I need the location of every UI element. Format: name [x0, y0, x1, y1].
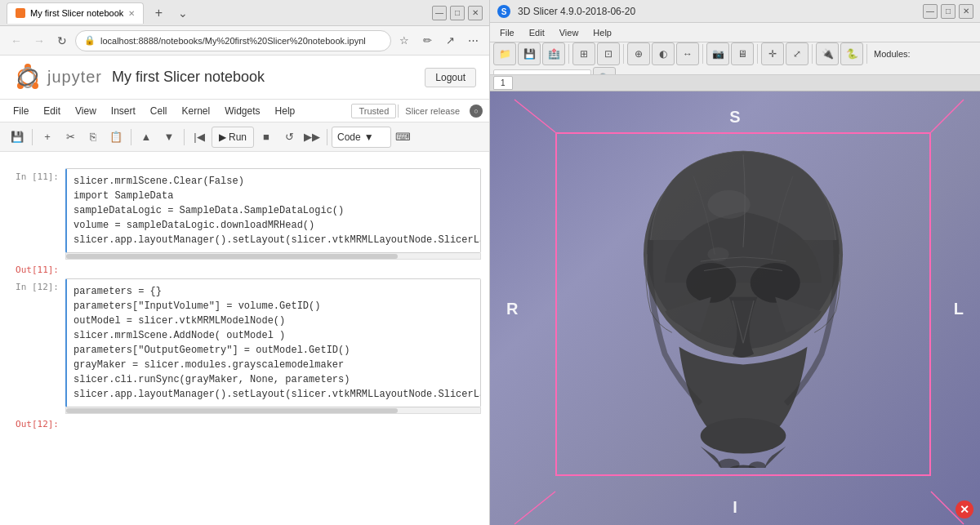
slicer-titlebar: S 3D Slicer 4.9.0-2018-06-20 — □ ✕	[490, 0, 980, 23]
cell-2-code: parameters = {} parameters["InputVolume"…	[74, 284, 474, 402]
slicer-tb-window[interactable]: ◐	[652, 42, 675, 65]
cell-type-dropdown[interactable]: Code ▼	[332, 127, 391, 148]
restart-button[interactable]: ↺	[278, 127, 300, 148]
slicer-app-icon: S	[497, 4, 511, 19]
slicer-menu-help[interactable]: Help	[586, 26, 618, 39]
trusted-badge: Trusted	[351, 104, 396, 118]
slicer-tb-sep6	[866, 44, 867, 64]
cell-1-code: slicer.mrmlScene.Clear(False) import Sam…	[74, 174, 474, 247]
address-bar[interactable]: 🔒 localhost:8888/notebooks/My%20first%20…	[75, 30, 391, 51]
tab-close-button[interactable]: ✕	[128, 9, 135, 18]
view-tab-1[interactable]: 1	[493, 76, 513, 90]
run-label: Run	[229, 131, 247, 143]
close-button[interactable]: ✕	[468, 6, 483, 20]
menu-view[interactable]: View	[69, 103, 103, 119]
tab-dropdown-button[interactable]: ⌄	[173, 3, 193, 23]
cell-1-container: In [11]: slicer.mrmlScene.Clear(False) i…	[0, 168, 489, 275]
slicer-tb-dicom[interactable]: 🏥	[542, 42, 565, 65]
share-icon[interactable]: ↗	[440, 31, 460, 51]
more-icon[interactable]: ⋯	[463, 31, 483, 51]
slicer-tb-sep3	[702, 44, 703, 64]
slicer-menu-file[interactable]: File	[493, 26, 521, 39]
back-button[interactable]: ←	[7, 31, 26, 51]
maximize-button[interactable]: □	[450, 6, 465, 20]
stop-button[interactable]: ■	[256, 127, 277, 148]
forward-button[interactable]: →	[29, 31, 49, 51]
logout-button[interactable]: Logout	[425, 68, 476, 87]
jupyter-toolbar: 💾 + ✂ ⎘ 📋 ▲ ▼ |◀ ▶ Run ■ ↺ ▶▶ Code ▼ ⌨	[0, 122, 489, 152]
notebook-title[interactable]: My first Slicer notebook	[112, 69, 265, 86]
cell-2-in-label: In [12]:	[8, 278, 65, 292]
slicer-tb-ext[interactable]: 🔌	[816, 42, 839, 65]
refresh-button[interactable]: ↻	[52, 31, 72, 51]
jupyter-header: jupyter My first Slicer notebook Logout	[0, 56, 489, 100]
menu-kernel[interactable]: Kernel	[176, 103, 217, 119]
slicer-title: 3D Slicer 4.9.0-2018-06-20	[518, 6, 635, 17]
run-icon: ▶	[219, 131, 226, 143]
cell-1-scrollbar[interactable]	[65, 253, 481, 260]
slicer-tb-save[interactable]: 💾	[518, 42, 541, 65]
slicer-tb-btn1[interactable]: ⊞	[572, 42, 595, 65]
copy-cell-button[interactable]: ⎘	[82, 127, 104, 148]
move-up-button[interactable]: ▲	[136, 127, 157, 148]
svg-line-10	[514, 492, 555, 524]
jupyter-logo: jupyter	[13, 63, 102, 92]
slicer-close-button[interactable]: ✕	[959, 4, 973, 19]
browser-panel: My first Slicer notebook ✕ + ⌄ — □ ✕ ← →…	[0, 0, 490, 525]
cut-cell-button[interactable]: ✂	[60, 127, 81, 148]
bookmark-icon[interactable]: ☆	[394, 31, 414, 51]
slicer-menubar: File Edit View Help	[490, 23, 980, 42]
jupyter-logo-text: jupyter	[47, 68, 102, 87]
keyboard-shortcut-button[interactable]: ⌨	[393, 127, 414, 148]
slicer-release-badge: Slicer release	[398, 105, 466, 118]
browser-toolbar-icons: ☆ ✏ ↗ ⋯	[394, 31, 483, 51]
new-tab-button[interactable]: +	[149, 3, 168, 23]
menu-insert[interactable]: Insert	[105, 103, 142, 119]
toolbar-separator-1	[32, 129, 33, 145]
svg-point-14	[686, 263, 736, 303]
minimize-button[interactable]: —	[432, 6, 447, 20]
save-button[interactable]: 💾	[7, 127, 28, 148]
paste-cell-button[interactable]: 📋	[105, 127, 127, 148]
cell-1-input[interactable]: slicer.mrmlScene.Clear(False) import Sam…	[65, 168, 481, 253]
modules-input[interactable]	[493, 69, 591, 75]
run-button[interactable]: ▶ Run	[212, 127, 254, 148]
cell-1-output	[65, 261, 481, 268]
slicer-tb-arrow[interactable]: ↔	[676, 42, 699, 65]
jupyter-menubar: File Edit View Insert Cell Kernel Widget…	[0, 100, 489, 122]
slicer-viewport[interactable]: S I R L	[490, 91, 980, 525]
modules-label: Modules:	[874, 49, 911, 59]
cell-1-scrollbar-row	[8, 253, 481, 260]
restart-run-button[interactable]: ▶▶	[301, 127, 323, 148]
cell-2-input[interactable]: parameters = {} parameters["InputVolume"…	[65, 278, 481, 407]
slicer-menu-edit[interactable]: Edit	[523, 26, 551, 39]
error-badge[interactable]: ✕	[956, 501, 973, 518]
slicer-minimize-button[interactable]: —	[923, 4, 938, 19]
toolbar-separator-4	[327, 129, 327, 145]
menu-edit[interactable]: Edit	[37, 103, 67, 119]
menu-file[interactable]: File	[7, 103, 35, 119]
profile-icon[interactable]: ✏	[417, 31, 437, 51]
slicer-tb-open[interactable]: 📁	[493, 42, 516, 65]
cell-1-out-label: Out[11]:	[8, 261, 65, 275]
slicer-tb-arrows[interactable]: ⤢	[786, 42, 808, 65]
slicer-tb-search[interactable]: 🔍	[593, 67, 616, 75]
slicer-tb-crosshair2[interactable]: ✛	[761, 42, 784, 65]
slicer-tb-render[interactable]: 🖥	[731, 42, 754, 65]
slicer-tb-btn2[interactable]: ⊡	[597, 42, 620, 65]
browser-tab[interactable]: My first Slicer notebook ✕	[7, 2, 144, 24]
menu-widgets[interactable]: Widgets	[218, 103, 266, 119]
add-cell-button[interactable]: +	[37, 127, 58, 148]
menu-cell[interactable]: Cell	[144, 103, 174, 119]
step-back-button[interactable]: |◀	[189, 127, 210, 148]
cell-2-scrollbar[interactable]	[65, 407, 481, 414]
slicer-tb-screenshot[interactable]: 📷	[706, 42, 729, 65]
slicer-tb-python[interactable]: 🐍	[840, 42, 863, 65]
slicer-menu-view[interactable]: View	[553, 26, 586, 39]
move-down-button[interactable]: ▼	[158, 127, 180, 148]
slicer-maximize-button[interactable]: □	[941, 4, 956, 19]
tab-title: My first Slicer notebook	[30, 8, 123, 18]
slicer-tb-crosshair[interactable]: ⊕	[627, 42, 650, 65]
svg-point-20	[707, 190, 750, 219]
menu-help[interactable]: Help	[269, 103, 302, 119]
